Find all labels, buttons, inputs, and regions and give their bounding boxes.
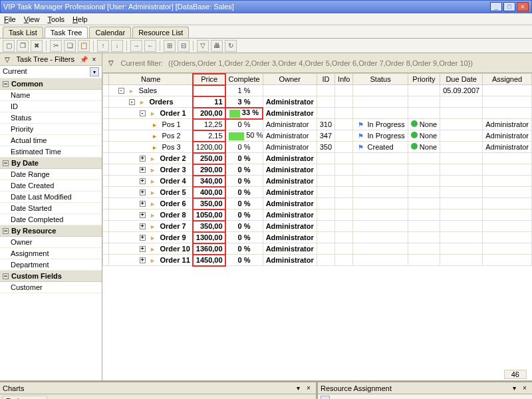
table-row[interactable]: +▸Order 6 350,00 0 % Administrator <box>102 198 531 209</box>
expander-icon[interactable]: - <box>140 110 146 116</box>
expander-icon[interactable]: + <box>140 212 146 218</box>
expander-icon[interactable]: + <box>140 156 146 162</box>
chevron-down-icon[interactable]: ▾ <box>90 67 99 76</box>
filter-item[interactable]: Assignment <box>0 248 102 259</box>
resource-dropdown-icon[interactable]: ▾ <box>321 396 330 400</box>
section-custom-fields[interactable]: −Custom Fields <box>0 271 102 282</box>
expander-icon[interactable]: + <box>140 201 146 207</box>
tool-movedown-icon[interactable]: ↓ <box>111 40 123 52</box>
filter-item[interactable]: Date Created <box>0 180 102 192</box>
tool-copy-icon[interactable]: ❐ <box>17 40 29 52</box>
table-row[interactable]: +▸Order 7 350,00 0 % Administrator <box>102 221 531 232</box>
tool-refresh-icon[interactable]: ↻ <box>225 40 237 52</box>
col-id[interactable]: ID <box>317 74 334 85</box>
panel-menu-icon[interactable]: ▾ <box>509 384 519 393</box>
tool-cut-icon[interactable]: ✂ <box>50 40 62 52</box>
table-row[interactable]: +▸Order 4 340,00 0 % Administrator <box>102 176 531 187</box>
tool-filter-icon[interactable]: ▽ <box>197 40 209 52</box>
task-name: Order 3 <box>160 166 186 174</box>
col-assigned[interactable]: Assigned <box>483 74 532 85</box>
tool-new-icon[interactable]: ▢ <box>3 40 15 52</box>
filter-item[interactable]: Date Completed <box>0 214 102 225</box>
current-filter-row[interactable]: Current ▾ <box>0 66 102 78</box>
col-status[interactable]: Status <box>353 74 408 85</box>
tool-delete-icon[interactable]: ✖ <box>31 40 43 52</box>
filter-item[interactable]: Date Last Modified <box>0 192 102 203</box>
table-row[interactable]: ▸Pos 3 1200,00 0 % Administrator 350 ⚑ C… <box>102 142 531 153</box>
section-by-resource[interactable]: −By Resource <box>0 225 102 237</box>
menu-help[interactable]: Help <box>72 15 88 23</box>
cell-id <box>317 153 334 164</box>
filter-item[interactable]: Owner <box>0 237 102 248</box>
col-name[interactable]: Name <box>108 74 193 85</box>
col-priority[interactable]: Priority <box>408 74 440 85</box>
filter-item[interactable]: Department <box>0 259 102 271</box>
table-row[interactable]: +▸Order 8 1050,00 0 % Administrator <box>102 209 531 221</box>
filter-item[interactable]: Customer <box>0 282 102 293</box>
task-tree-grid[interactable]: NamePriceCompleteOwnerIDInfoStatusPriori… <box>102 73 532 380</box>
table-row[interactable]: +▸Order 2 250,00 0 % Administrator <box>102 153 531 164</box>
expander-icon[interactable]: - <box>118 88 124 94</box>
expander-icon[interactable]: + <box>140 223 146 229</box>
menu-tools[interactable]: Tools <box>47 15 65 23</box>
panel-close-icon[interactable]: × <box>304 384 313 393</box>
table-row[interactable]: -▸Sales 1 % 05.09.2007 <box>102 85 531 96</box>
menu-view[interactable]: View <box>24 15 40 23</box>
filter-item[interactable]: Status <box>0 112 102 124</box>
section-common[interactable]: −Common <box>0 78 102 90</box>
expander-icon[interactable]: + <box>140 178 146 184</box>
col-price[interactable]: Price <box>193 74 225 85</box>
panel-close-icon[interactable]: × <box>520 384 529 393</box>
table-row[interactable]: -▸Order 1 200,00 33 % Administrator <box>102 108 531 119</box>
current-filter-bar: ▽ Current filter: ({Orders,Order 1,Order… <box>102 53 532 73</box>
expander-icon[interactable]: + <box>140 246 146 252</box>
expander-icon[interactable]: + <box>140 235 146 241</box>
table-row[interactable]: +▸Order 5 400,00 0 % Administrator <box>102 187 531 198</box>
col-owner[interactable]: Owner <box>263 74 317 85</box>
tool-moveup-icon[interactable]: ↑ <box>97 40 109 52</box>
close-button[interactable]: × <box>517 2 529 11</box>
maximize-button[interactable]: □ <box>503 2 515 11</box>
filter-item[interactable]: Name <box>0 90 102 101</box>
panel-menu-icon[interactable]: ▾ <box>293 384 303 393</box>
table-row[interactable]: +▸Order 11 1450,00 0 % Administrator <box>102 255 531 266</box>
expander-icon[interactable]: + <box>140 167 146 173</box>
section-by-date[interactable]: −By Date <box>0 158 102 169</box>
tab-task-list[interactable]: Task List <box>3 27 43 38</box>
filter-item[interactable]: Priority <box>0 124 102 135</box>
sidebar-pin-icon[interactable]: 📌 <box>79 55 88 64</box>
tool-copy2-icon[interactable]: ❏ <box>64 40 76 52</box>
filter-item[interactable]: Date Range <box>0 169 102 180</box>
table-row[interactable]: +▸Order 10 1360,00 0 % Administrator <box>102 243 531 255</box>
tab-task-tree[interactable]: Task Tree <box>45 27 88 38</box>
expander-icon[interactable]: - <box>129 99 135 105</box>
menu-file[interactable]: File <box>4 15 16 23</box>
tab-resource-list[interactable]: Resource List <box>132 27 189 38</box>
tool-collapse-icon[interactable]: ⊟ <box>178 40 190 52</box>
tab-calendar[interactable]: Calendar <box>89 27 131 38</box>
table-row[interactable]: ▸Pos 1 12,25 0 % Administrator 310 ⚑ In … <box>102 119 531 130</box>
col-due-date[interactable]: Due Date <box>440 74 483 85</box>
col-complete[interactable]: Complete <box>225 74 263 85</box>
resource-panel-header: Resource Assignment ▾ × <box>318 382 532 394</box>
tool-print-icon[interactable]: 🖶 <box>211 40 223 52</box>
cell-complete: 1 % <box>225 85 263 96</box>
minimize-button[interactable]: _ <box>490 2 502 11</box>
table-row[interactable]: +▸Order 3 290,00 0 % Administrator <box>102 164 531 176</box>
table-row[interactable]: -▸Orders 11 3 % Administrator <box>102 96 531 108</box>
col-info[interactable]: Info <box>335 74 353 85</box>
filter-item[interactable]: ID <box>0 101 102 112</box>
tool-outdent-icon[interactable]: ← <box>144 40 156 52</box>
tool-paste-icon[interactable]: 📋 <box>78 40 90 52</box>
table-row[interactable]: +▸Order 9 1300,00 0 % Administrator <box>102 232 531 243</box>
filter-item[interactable]: Actual time <box>0 135 102 146</box>
sidebar-close-icon[interactable]: × <box>90 55 99 64</box>
filter-item[interactable]: Date Started <box>0 203 102 214</box>
table-row[interactable]: ▸Pos 2 2,15 50 % Administrator 347 ⚑ In … <box>102 130 531 142</box>
tool-indent-icon[interactable]: → <box>130 40 142 52</box>
task-name: Order 7 <box>160 222 186 230</box>
expander-icon[interactable]: + <box>140 190 146 196</box>
expander-icon[interactable]: + <box>140 257 146 263</box>
filter-item[interactable]: Estimated Time <box>0 146 102 158</box>
tool-expand-icon[interactable]: ⊞ <box>164 40 176 52</box>
